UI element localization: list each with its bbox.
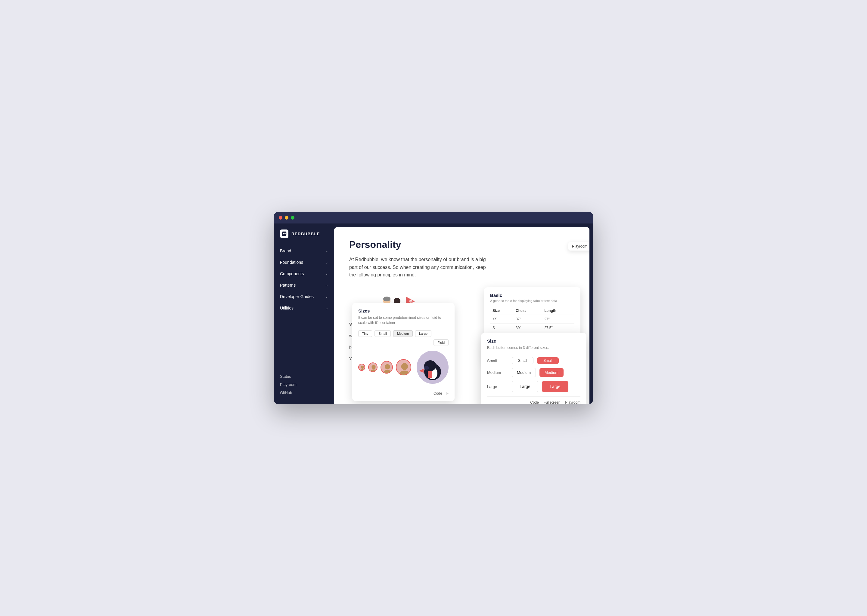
sidebar-item-components[interactable]: Components ⌄ xyxy=(274,268,334,280)
btn-small-filled[interactable]: Small xyxy=(537,357,559,364)
btn-medium-filled[interactable]: Medium xyxy=(539,368,564,377)
sidebar-item-label-utilities: Utilities xyxy=(280,306,293,310)
sidebar-nav: Brand ⌄ Foundations ⌄ Components ⌄ Patte… xyxy=(274,245,334,371)
footer-link-fullscreen[interactable]: Fullscreen xyxy=(544,400,560,404)
table-cell-size-xs: XS xyxy=(490,315,513,324)
browser-chrome xyxy=(274,212,593,223)
svg-point-14 xyxy=(410,300,411,302)
browser-dot-close[interactable] xyxy=(279,216,282,220)
sidebar-link-github[interactable]: GitHub xyxy=(280,390,328,395)
table-header-length: Length xyxy=(542,307,574,315)
card-sizes: Sizes It can be set to some predetermine… xyxy=(352,303,455,401)
table-cell-size-s: S xyxy=(490,324,513,332)
footer-link-playroom-2[interactable]: Playroom xyxy=(565,400,580,404)
card-size-btns-subtitle: Each button comes in 3 different sizes. xyxy=(487,345,580,350)
svg-point-1 xyxy=(283,233,284,235)
sidebar-links: Status Playroom GitHub xyxy=(274,371,334,398)
sidebar-item-label-dev-guides: Developer Guides xyxy=(280,294,314,299)
playroom-badge[interactable]: Playroom xyxy=(568,242,590,251)
size-label-large: Large xyxy=(487,384,508,389)
table-cell-chest-s: 39" xyxy=(513,324,542,332)
size-btn-large[interactable]: Large xyxy=(415,330,431,337)
chevron-icon-patterns: ⌄ xyxy=(325,283,328,287)
chevron-icon-dev-guides: ⌄ xyxy=(325,294,328,299)
svg-marker-25 xyxy=(419,369,424,372)
card-sizes-subtitle: It can be set to some predetermined size… xyxy=(358,315,449,325)
btn-large-filled[interactable]: Large xyxy=(542,381,568,392)
card-table-title: Basic xyxy=(490,293,574,298)
sidebar-link-status[interactable]: Status xyxy=(280,374,328,379)
sidebar-item-label-components: Components xyxy=(280,271,304,276)
card-sizes-footer: Code F xyxy=(358,388,449,396)
svg-point-16 xyxy=(361,366,364,369)
size-btn-table: Small Small Small Medium Medium Medium L… xyxy=(487,355,580,394)
size-row-medium: Medium Medium Medium xyxy=(487,366,580,379)
size-btn-fluid[interactable]: Fluid xyxy=(434,339,449,346)
browser-dot-maximize[interactable] xyxy=(291,216,295,220)
browser-layout: REDBUBBLE Brand ⌄ Foundations ⌄ Componen… xyxy=(274,223,593,404)
svg-rect-0 xyxy=(282,232,286,236)
avatar-large xyxy=(396,359,411,376)
card-size-buttons: Size Each button comes in 3 different si… xyxy=(481,333,586,404)
svg-point-21 xyxy=(383,370,392,374)
sidebar-item-patterns[interactable]: Patterns ⌄ xyxy=(274,280,334,291)
table-cell-chest-xs: 37" xyxy=(513,315,542,324)
table-header-chest: Chest xyxy=(513,307,542,315)
sidebar: REDBUBBLE Brand ⌄ Foundations ⌄ Componen… xyxy=(274,223,334,404)
table-cell-length-s: 27.5" xyxy=(542,324,574,332)
table-header-size: Size xyxy=(490,307,513,315)
card-table-subtitle: A generic table for displaying tabular t… xyxy=(490,299,574,303)
chevron-icon-components: ⌄ xyxy=(325,272,328,276)
avatar-tiny xyxy=(358,364,365,371)
size-btn-medium[interactable]: Medium xyxy=(393,330,413,337)
size-btn-small[interactable]: Small xyxy=(375,330,391,337)
card-size-btns-footer: Code Fullscreen Playroom xyxy=(487,396,580,404)
sidebar-link-playroom[interactable]: Playroom xyxy=(280,382,328,387)
table-row: S 39" 27.5" xyxy=(490,324,574,332)
size-label-small: Small xyxy=(487,358,508,363)
playroom-badge-text: Playroom xyxy=(572,244,587,248)
chevron-icon-utilities: ⌄ xyxy=(325,306,328,310)
size-row-large: Large Large Large xyxy=(487,379,580,394)
avatar-medium xyxy=(380,361,393,374)
table-cell-length-xs: 27" xyxy=(542,315,574,324)
svg-point-2 xyxy=(284,233,286,235)
sidebar-logo: REDBUBBLE xyxy=(274,229,334,245)
logo-text: REDBUBBLE xyxy=(292,232,320,236)
size-row-small: Small Small Small xyxy=(487,355,580,366)
page-title: Personality xyxy=(349,239,574,250)
sidebar-item-brand[interactable]: Brand ⌄ xyxy=(274,245,334,256)
sidebar-item-foundations[interactable]: Foundations ⌄ xyxy=(274,256,334,268)
svg-point-23 xyxy=(399,371,410,376)
main-content: Personality At Redbubble, we know that t… xyxy=(334,227,590,404)
avatar-sizes-row xyxy=(358,351,449,384)
svg-point-6 xyxy=(383,297,391,302)
footer-link-code[interactable]: Code xyxy=(434,391,442,396)
btn-large-outline[interactable]: Large xyxy=(512,381,538,392)
sidebar-item-utilities[interactable]: Utilities ⌄ xyxy=(274,302,334,314)
svg-point-18 xyxy=(372,365,376,369)
chevron-icon-brand: ⌄ xyxy=(325,249,328,253)
page-description: At Redbubble, we know that the personali… xyxy=(349,256,494,279)
svg-point-22 xyxy=(401,363,408,370)
chevron-icon-foundations: ⌄ xyxy=(325,260,328,264)
svg-point-15 xyxy=(411,300,412,302)
btn-medium-outline[interactable]: Medium xyxy=(512,368,536,377)
sidebar-item-label-brand: Brand xyxy=(280,248,291,253)
browser-dot-minimize[interactable] xyxy=(285,216,288,220)
bird-illustration xyxy=(417,351,449,384)
size-btn-tiny[interactable]: Tiny xyxy=(358,330,372,337)
svg-point-17 xyxy=(360,369,365,371)
size-label-medium: Medium xyxy=(487,370,508,375)
table-row: XS 37" 27" xyxy=(490,315,574,324)
btn-small-outline[interactable]: Small xyxy=(512,357,533,364)
browser-window: REDBUBBLE Brand ⌄ Foundations ⌄ Componen… xyxy=(274,212,593,404)
svg-point-19 xyxy=(370,369,377,372)
footer-link-code-2[interactable]: Code xyxy=(530,400,539,404)
size-buttons-row: Tiny Small Medium Large Fluid xyxy=(358,330,449,346)
sidebar-item-developer-guides[interactable]: Developer Guides ⌄ xyxy=(274,291,334,302)
avatar-small xyxy=(368,363,377,372)
svg-point-20 xyxy=(385,364,390,370)
card-sizes-title: Sizes xyxy=(358,308,449,313)
footer-link-f[interactable]: F xyxy=(446,391,449,396)
